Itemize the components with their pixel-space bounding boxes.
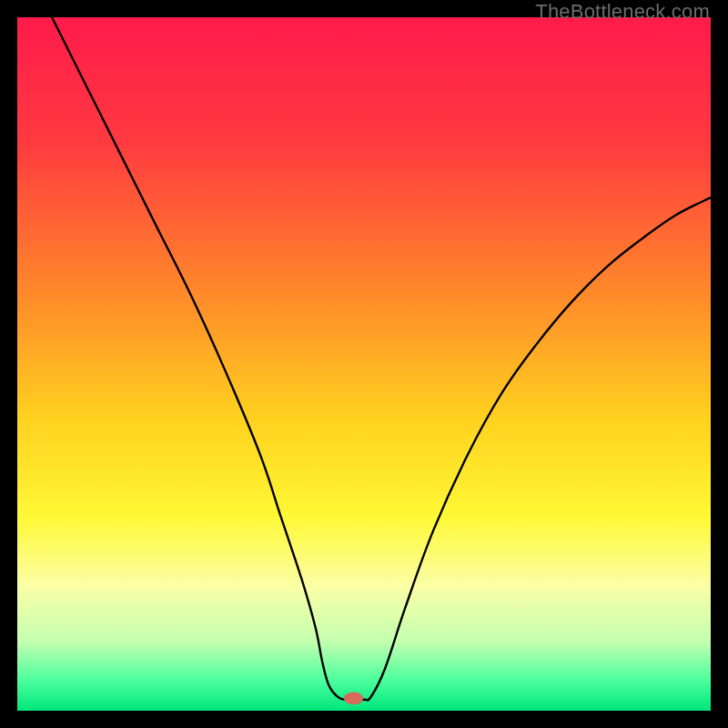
- gradient-background: [17, 17, 711, 711]
- watermark-text: TheBottleneck.com: [535, 0, 710, 24]
- chart-frame: TheBottleneck.com: [0, 0, 728, 728]
- valley-marker: [344, 692, 363, 704]
- chart-svg: [17, 17, 711, 711]
- plot-area: [17, 17, 711, 711]
